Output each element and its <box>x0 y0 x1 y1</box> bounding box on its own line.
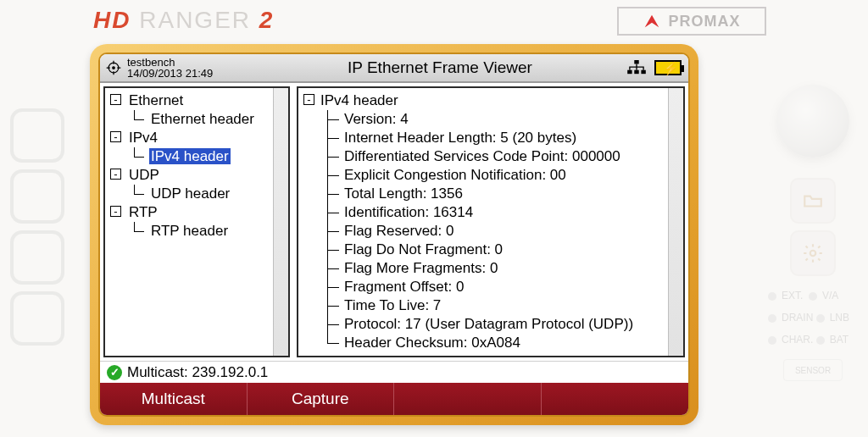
datetime: 14/09/2013 21:49 <box>127 68 213 79</box>
brand-logo-right: PROMAX <box>617 7 766 36</box>
tab-empty-2[interactable] <box>542 383 689 415</box>
detail-field[interactable]: Header Checksum: 0xA084 <box>327 334 665 352</box>
svg-point-2 <box>113 67 115 69</box>
scrollbar[interactable] <box>273 88 288 356</box>
detail-field[interactable]: Protocol: 17 (User Datagram Protocol (UD… <box>327 315 665 334</box>
tree-node-udp-header[interactable]: UDP header <box>127 185 270 203</box>
detail-heading[interactable]: - IPv4 header <box>303 91 665 110</box>
collapse-icon[interactable]: - <box>110 206 121 217</box>
status-text: Multicast: 239.192.0.1 <box>127 364 268 381</box>
tree-node-ethernet-header[interactable]: Ethernet header <box>127 110 270 129</box>
collapse-icon[interactable]: - <box>110 169 121 180</box>
check-icon: ✓ <box>107 365 122 380</box>
tab-capture[interactable]: Capture <box>248 383 395 415</box>
window-title: IP Ethernet Frame Viewer <box>253 58 627 77</box>
folder-button <box>790 178 836 224</box>
crosshair-icon <box>105 59 122 76</box>
brand-logo-left: HD RANGER 2 <box>93 7 274 34</box>
detail-field[interactable]: Flag Reserved: 0 <box>327 222 665 241</box>
tree-node-ethernet[interactable]: - Ethernet Ethernet header <box>110 91 270 129</box>
svg-rect-5 <box>634 70 638 75</box>
svg-rect-4 <box>627 70 632 75</box>
detail-field[interactable]: Identification: 16314 <box>327 203 665 222</box>
sensor-button: SENSOR <box>783 359 843 381</box>
title-bar: testbench 14/09/2013 21:49 IP Ethernet F… <box>100 54 688 83</box>
detail-field[interactable]: Time To Live: 7 <box>327 296 665 315</box>
collapse-icon[interactable]: - <box>303 94 314 105</box>
bottom-tab-bar: Multicast Capture <box>100 383 688 415</box>
tab-multicast[interactable]: Multicast <box>100 383 248 415</box>
screen: testbench 14/09/2013 21:49 IP Ethernet F… <box>98 53 690 417</box>
tree-node-ipv4-header[interactable]: IPv4 header <box>127 147 270 166</box>
status-bar: ✓ Multicast: 239.192.0.1 <box>100 361 688 383</box>
detail-field[interactable]: Differentiated Services Code Point: 0000… <box>327 147 665 166</box>
left-hardware-buttons <box>0 102 76 407</box>
network-icon <box>627 60 646 75</box>
scrollbar[interactable] <box>668 88 683 356</box>
detail-field[interactable]: Explicit Congestion Notification: 00 <box>327 166 665 185</box>
tree-node-rtp-header[interactable]: RTP header <box>127 222 270 241</box>
svg-rect-6 <box>641 70 645 75</box>
collapse-icon[interactable]: - <box>110 94 121 105</box>
rotary-dial <box>776 85 849 158</box>
right-hardware-controls: EXT. V/A DRAIN LNB CHAR. BAT SENSOR <box>758 85 868 423</box>
detail-pane: - IPv4 header Version: 4Internet Header … <box>297 86 685 357</box>
detail-field[interactable]: Flag More Fragments: 0 <box>327 259 665 278</box>
detail-field[interactable]: Version: 4 <box>327 110 665 129</box>
detail-field[interactable]: Flag Do Not Fragment: 0 <box>327 241 665 259</box>
device-bezel: testbench 14/09/2013 21:49 IP Ethernet F… <box>90 44 698 425</box>
tree-node-udp[interactable]: - UDP UDP header <box>110 166 270 203</box>
protocol-tree-pane: - Ethernet Ethernet header - IPv4 IPv4 h… <box>103 86 290 357</box>
collapse-icon[interactable]: - <box>110 131 121 142</box>
tab-empty-1[interactable] <box>394 383 542 415</box>
tree-node-ipv4[interactable]: - IPv4 IPv4 header <box>110 129 270 166</box>
battery-icon: ⚡ <box>654 60 682 75</box>
svg-rect-3 <box>634 60 638 64</box>
detail-field[interactable]: Internet Header Length: 5 (20 bytes) <box>327 129 665 147</box>
detail-field[interactable]: Total Length: 1356 <box>327 185 665 203</box>
tree-node-rtp[interactable]: - RTP RTP header <box>110 203 270 241</box>
gear-button <box>790 230 836 276</box>
detail-field[interactable]: Fragment Offset: 0 <box>327 278 665 296</box>
svg-point-0 <box>810 251 816 257</box>
